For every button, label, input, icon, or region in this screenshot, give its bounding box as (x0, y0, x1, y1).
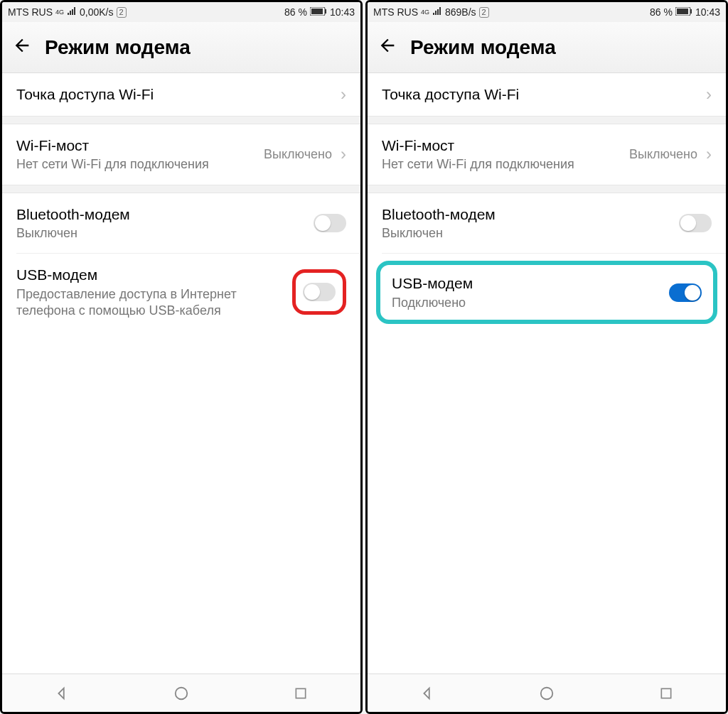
row-value: Выключено (264, 147, 332, 162)
nav-recent-icon[interactable] (291, 684, 310, 703)
net-speed: 869B/s (445, 6, 476, 18)
battery-percent: 86 % (650, 6, 673, 18)
nav-back-icon[interactable] (53, 684, 71, 703)
svg-point-8 (541, 687, 553, 699)
clock: 10:43 (330, 6, 355, 18)
network-mode: 4G (421, 9, 429, 15)
svg-rect-4 (296, 688, 305, 698)
status-bar: MTS RUS 4G 869B/s 2 86 % 10:43 (368, 2, 726, 22)
nav-recent-icon[interactable] (657, 684, 675, 703)
net-speed: 0,00K/s (80, 6, 113, 18)
separator (2, 116, 360, 124)
svg-rect-2 (311, 9, 323, 14)
row-wifi-bridge[interactable]: Wi-Fi-мост Нет сети Wi-Fi для подключени… (368, 124, 726, 185)
highlight-red (292, 269, 346, 315)
separator (368, 185, 726, 193)
nav-back-icon[interactable] (418, 684, 437, 703)
row-title: Wi-Fi-мост (382, 136, 621, 155)
settings-list: Точка доступа Wi-Fi › Wi-Fi-мост Нет сет… (2, 73, 360, 674)
signal-icon (67, 6, 77, 18)
bluetooth-toggle[interactable] (314, 214, 346, 232)
row-subtitle: Предоставление доступа в Интернет телефо… (16, 286, 284, 320)
settings-list: Точка доступа Wi-Fi › Wi-Fi-мост Нет сет… (368, 73, 726, 674)
back-icon[interactable] (378, 36, 397, 59)
header: Режим модема (2, 22, 360, 73)
row-title: Wi-Fi-мост (16, 136, 255, 155)
phone-left: MTS RUS 4G 0,00K/s 2 86 % 10:43 Режим мо… (0, 0, 363, 714)
row-wifi-bridge[interactable]: Wi-Fi-мост Нет сети Wi-Fi для подключени… (2, 124, 360, 185)
sim-badge: 2 (117, 7, 127, 18)
header: Режим модема (368, 22, 726, 73)
separator (2, 185, 360, 193)
back-icon[interactable] (12, 36, 32, 59)
row-title: Bluetooth-модем (16, 205, 305, 224)
nav-home-icon[interactable] (537, 684, 556, 703)
carrier-label: MTS RUS (8, 6, 53, 18)
page-title: Режим модема (410, 36, 556, 59)
row-usb-modem[interactable]: USB-модем Предоставление доступа в Интер… (2, 254, 360, 330)
phone-right: MTS RUS 4G 869B/s 2 86 % 10:43 Режим мод… (365, 0, 728, 714)
row-value: Выключено (629, 147, 697, 162)
chevron-right-icon: › (706, 85, 712, 104)
row-title: USB-модем (392, 274, 660, 293)
bluetooth-toggle[interactable] (679, 214, 712, 232)
svg-rect-6 (690, 9, 692, 13)
usb-toggle[interactable] (669, 283, 702, 302)
row-title: Точка доступа Wi-Fi (382, 85, 697, 104)
row-title: Bluetooth-модем (382, 205, 670, 224)
usb-toggle[interactable] (303, 283, 336, 301)
nav-bar (2, 674, 360, 712)
carrier-label: MTS RUS (373, 6, 418, 18)
svg-rect-1 (325, 9, 326, 13)
row-subtitle: Нет сети Wi-Fi для подключения (382, 156, 621, 173)
row-subtitle: Нет сети Wi-Fi для подключения (16, 156, 255, 173)
battery-icon (675, 6, 692, 18)
battery-icon (310, 6, 327, 18)
row-wifi-ap[interactable]: Точка доступа Wi-Fi › (2, 73, 360, 116)
svg-point-3 (176, 687, 188, 699)
chevron-right-icon: › (341, 144, 346, 164)
chevron-right-icon: › (706, 144, 712, 164)
nav-bar (368, 674, 726, 712)
row-title: Точка доступа Wi-Fi (16, 85, 332, 104)
signal-icon (432, 6, 442, 18)
battery-percent: 86 % (284, 6, 307, 18)
row-subtitle: Выключен (16, 225, 305, 242)
sim-badge: 2 (479, 7, 489, 18)
row-subtitle: Подключено (392, 295, 660, 311)
row-bluetooth-modem[interactable]: Bluetooth-модем Выключен (368, 193, 726, 254)
clock: 10:43 (695, 6, 720, 18)
svg-rect-9 (661, 688, 670, 698)
row-bluetooth-modem[interactable]: Bluetooth-модем Выключен (2, 193, 360, 254)
nav-home-icon[interactable] (172, 684, 191, 703)
svg-rect-7 (677, 9, 688, 14)
chevron-right-icon: › (341, 85, 346, 104)
network-mode: 4G (55, 9, 64, 15)
status-bar: MTS RUS 4G 0,00K/s 2 86 % 10:43 (2, 2, 360, 22)
separator (368, 116, 726, 124)
row-subtitle: Выключен (382, 225, 670, 242)
row-usb-modem[interactable]: USB-модем Подключено (376, 261, 717, 324)
row-wifi-ap[interactable]: Точка доступа Wi-Fi › (368, 73, 726, 116)
row-title: USB-модем (16, 265, 284, 284)
page-title: Режим модема (45, 36, 191, 59)
